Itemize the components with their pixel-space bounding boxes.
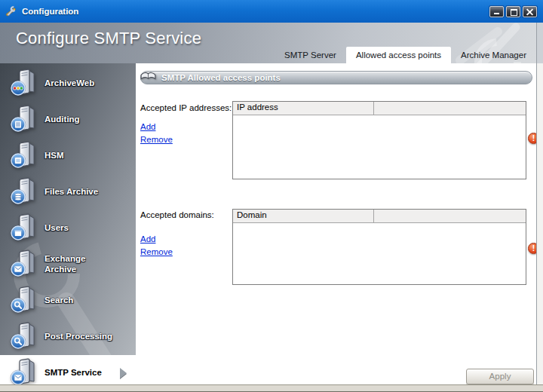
apply-button[interactable]: Apply bbox=[466, 369, 534, 384]
sidebar-item-label: Exchange Archive bbox=[44, 254, 91, 275]
domain-column-header[interactable]: Domain bbox=[233, 210, 374, 222]
empty-column-header[interactable] bbox=[374, 102, 526, 115]
users-server-icon bbox=[10, 213, 38, 243]
sidebar-item-post-processing[interactable]: Post Processing bbox=[0, 319, 136, 355]
window-right-frame bbox=[536, 23, 543, 384]
search-server-icon bbox=[10, 286, 38, 316]
sidebar-item-label: SMTP Service bbox=[44, 368, 102, 378]
auditing-server-icon bbox=[10, 105, 38, 135]
ip-listbox-header: IP address bbox=[233, 102, 526, 115]
sidebar-item-label: Files Archive bbox=[44, 187, 98, 198]
ip-remove-link[interactable]: Remove bbox=[140, 135, 173, 144]
sidebar-item-label: Post Processing bbox=[44, 332, 112, 342]
post-processing-server-icon bbox=[10, 322, 38, 352]
ip-address-listbox[interactable]: IP address bbox=[232, 101, 526, 179]
sidebar-item-exchange-archive[interactable]: Exchange Archive bbox=[0, 247, 136, 283]
window-bottom-frame bbox=[0, 384, 543, 392]
sidebar-item-hsm[interactable]: HSM bbox=[0, 138, 136, 174]
sidebar-item-label: Users bbox=[44, 223, 69, 234]
sidebar-item-users[interactable]: Users bbox=[0, 210, 136, 247]
tab-allowed-access-points[interactable]: Allowed access points bbox=[346, 47, 451, 63]
exchange-archive-server-icon bbox=[10, 250, 38, 280]
archiveweb-server-icon bbox=[10, 69, 38, 99]
sidebar-item-label: HSM bbox=[44, 151, 64, 161]
tab-bar: SMTP Server Allowed access points Archiv… bbox=[275, 47, 536, 63]
empty-column-header[interactable] bbox=[374, 210, 526, 222]
hsm-server-icon bbox=[10, 141, 38, 171]
accepted-ip-label: Accepted IP addresses: bbox=[140, 103, 232, 112]
window-title: Configuration bbox=[22, 7, 78, 16]
accepted-domains-label: Accepted domains: bbox=[140, 210, 214, 219]
sidebar-item-label: Auditing bbox=[44, 115, 80, 125]
tools-icon bbox=[5, 5, 17, 18]
section-header-bar: SMTP Allowed access points bbox=[140, 71, 532, 84]
sidebar-item-archiveweb[interactable]: ArchiveWeb bbox=[0, 66, 136, 102]
tab-smtp-server[interactable]: SMTP Server bbox=[275, 47, 346, 63]
main-content: SMTP Allowed access points Accepted IP a… bbox=[136, 63, 536, 384]
page-header: Configure SMTP Service SMTP Server Allow… bbox=[0, 23, 543, 63]
ip-add-link[interactable]: Add bbox=[140, 122, 155, 131]
sidebar-item-label: ArchiveWeb bbox=[44, 78, 94, 89]
sidebar-item-files-archive[interactable]: Files Archive bbox=[0, 174, 136, 210]
domain-listbox-header: Domain bbox=[233, 210, 526, 223]
close-button[interactable] bbox=[523, 6, 537, 17]
sidebar-item-auditing[interactable]: Auditing bbox=[0, 102, 136, 138]
sidebar-item-label: Search bbox=[44, 296, 73, 306]
minimize-button[interactable] bbox=[489, 6, 504, 17]
ip-address-column-header[interactable]: IP address bbox=[233, 102, 374, 115]
sidebar-item-smtp-service[interactable]: SMTP Service bbox=[0, 355, 136, 384]
tab-archive-manager[interactable]: Archive Manager bbox=[451, 47, 536, 63]
sidebar-item-search[interactable]: Search bbox=[0, 283, 136, 319]
configuration-window: Configuration Configure SMTP Service SMT… bbox=[0, 0, 543, 392]
titlebar: Configuration bbox=[0, 0, 543, 23]
domain-add-link[interactable]: Add bbox=[140, 234, 155, 243]
maximize-button[interactable] bbox=[506, 6, 520, 17]
sidebar: ArchiveWeb Auditing HSM Files Archive Us… bbox=[0, 63, 136, 384]
files-archive-server-icon bbox=[10, 177, 38, 207]
section-title: SMTP Allowed access points bbox=[161, 72, 532, 84]
book-icon bbox=[139, 69, 158, 84]
window-controls bbox=[489, 6, 538, 17]
page-title: Configure SMTP Service bbox=[16, 29, 201, 48]
domain-remove-link[interactable]: Remove bbox=[140, 247, 173, 256]
domain-listbox[interactable]: Domain bbox=[232, 209, 526, 285]
selected-item-arrow-icon bbox=[120, 368, 127, 378]
smtp-service-server-icon bbox=[10, 358, 38, 384]
